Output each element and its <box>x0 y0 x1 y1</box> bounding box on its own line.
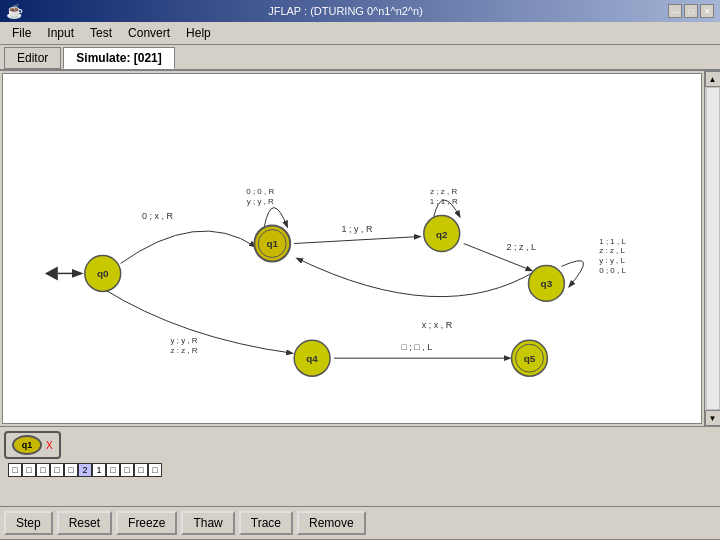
remove-button[interactable]: Remove <box>297 511 366 535</box>
tape-cell-2: □ <box>36 463 50 477</box>
maximize-button[interactable]: □ <box>684 4 698 18</box>
svg-text:□ ; □ , L: □ ; □ , L <box>401 342 432 352</box>
scroll-track[interactable] <box>706 87 720 410</box>
app-icon: ☕ <box>6 3 23 19</box>
svg-text:0 ; x , R: 0 ; x , R <box>142 211 173 221</box>
menu-convert[interactable]: Convert <box>120 24 178 42</box>
svg-text:q2: q2 <box>436 229 448 240</box>
tape-cell-6: 1 <box>92 463 106 477</box>
menu-test[interactable]: Test <box>82 24 120 42</box>
scrollbar[interactable]: ▲ ▼ <box>704 71 720 426</box>
svg-text:0 ; 0 , R: 0 ; 0 , R <box>246 187 274 196</box>
menu-help[interactable]: Help <box>178 24 219 42</box>
svg-text:1 ; 1 , R: 1 ; 1 , R <box>430 197 458 206</box>
reset-button[interactable]: Reset <box>57 511 112 535</box>
scroll-up-button[interactable]: ▲ <box>705 71 721 87</box>
tape-marker: X <box>46 440 53 451</box>
svg-text:2 ; z , L: 2 ; z , L <box>507 242 536 252</box>
content-wrapper: 0 ; x , R 0 ; 0 , R y ; y , R 1 ; y , R … <box>0 71 720 539</box>
window-controls: — □ ✕ <box>668 4 714 18</box>
tape-cell-1: □ <box>22 463 36 477</box>
svg-marker-1 <box>45 266 58 280</box>
menu-file[interactable]: File <box>4 24 39 42</box>
trace-button[interactable]: Trace <box>239 511 293 535</box>
tape-cell-4: □ <box>64 463 78 477</box>
tape-cell-10: □ <box>148 463 162 477</box>
tape-cell-0: □ <box>8 463 22 477</box>
tape-display: □ □ □ □ □ 2 1 □ □ □ □ <box>8 463 716 477</box>
svg-text:1 ; 1 , L: 1 ; 1 , L <box>599 237 626 246</box>
tape-cell-8: □ <box>120 463 134 477</box>
tab-editor[interactable]: Editor <box>4 47 61 69</box>
freeze-button[interactable]: Freeze <box>116 511 177 535</box>
svg-text:x ; x , R: x ; x , R <box>422 320 453 330</box>
bottom-buttons: Step Reset Freeze Thaw Trace Remove <box>0 506 720 539</box>
current-state-bubble: q1 <box>12 435 42 455</box>
svg-text:z ; z , R: z ; z , R <box>430 187 457 196</box>
svg-text:1 ; y , R: 1 ; y , R <box>342 224 373 234</box>
svg-text:q1: q1 <box>266 239 278 250</box>
svg-text:y ; y , R: y ; y , R <box>247 197 274 206</box>
svg-text:0 ; 0 , L: 0 ; 0 , L <box>599 266 626 275</box>
svg-line-5 <box>294 237 420 244</box>
turing-diagram: 0 ; x , R 0 ; 0 , R y ; y , R 1 ; y , R … <box>3 74 701 423</box>
window-title: JFLAP : (DTURING 0^n1^n2^n) <box>23 5 668 17</box>
step-button[interactable]: Step <box>4 511 53 535</box>
title-bar: ☕ JFLAP : (DTURING 0^n1^n2^n) — □ ✕ <box>0 0 720 22</box>
tab-bar: Editor Simulate: [021] <box>0 45 720 71</box>
state-display: q1 X <box>4 431 716 459</box>
tape-cell-3: □ <box>50 463 64 477</box>
tape-cell-5: 2 <box>78 463 92 477</box>
diagram-row: 0 ; x , R 0 ; 0 , R y ; y , R 1 ; y , R … <box>0 71 720 426</box>
svg-text:y : y , L: y : y , L <box>599 256 625 265</box>
svg-text:q4: q4 <box>306 353 318 364</box>
tab-simulate[interactable]: Simulate: [021] <box>63 47 174 69</box>
svg-text:y ; y , R: y ; y , R <box>171 336 198 345</box>
menu-bar: File Input Test Convert Help <box>0 22 720 45</box>
svg-text:q5: q5 <box>524 353 536 364</box>
tape-cell-9: □ <box>134 463 148 477</box>
svg-text:q0: q0 <box>97 268 109 279</box>
tape-cell-7: □ <box>106 463 120 477</box>
state-panel: q1 X □ □ □ □ □ 2 1 □ □ □ □ <box>0 426 720 506</box>
close-button[interactable]: ✕ <box>700 4 714 18</box>
svg-text:z : z , L: z : z , L <box>599 246 625 255</box>
svg-text:z : z , R: z : z , R <box>171 346 198 355</box>
scroll-down-button[interactable]: ▼ <box>705 410 721 426</box>
menu-input[interactable]: Input <box>39 24 82 42</box>
svg-text:q3: q3 <box>541 278 553 289</box>
thaw-button[interactable]: Thaw <box>181 511 234 535</box>
diagram-area[interactable]: 0 ; x , R 0 ; 0 , R y ; y , R 1 ; y , R … <box>2 73 702 424</box>
minimize-button[interactable]: — <box>668 4 682 18</box>
